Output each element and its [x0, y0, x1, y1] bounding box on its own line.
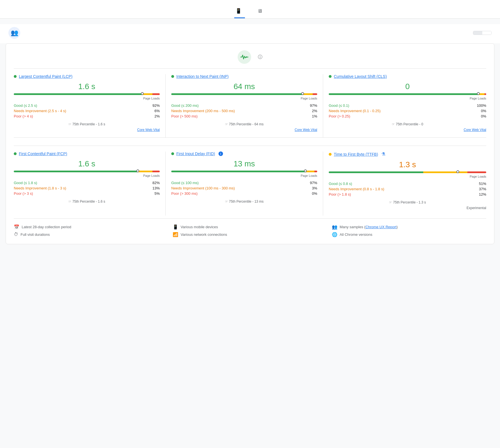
dist-label: Needs Improvement (1.8 s - 3 s)	[14, 186, 66, 190]
url-origin-toggle	[473, 31, 492, 35]
tab-desktop[interactable]: 🖥	[256, 5, 266, 18]
other-metrics-grid: First Contentful Paint (FCP) 1.6 s Page …	[14, 146, 486, 216]
dist-pct: 100%	[477, 103, 486, 108]
dist-pct: 0%	[481, 114, 486, 118]
dist-row: Poor (> 4 s) 2%	[14, 114, 160, 119]
metric-name-cls[interactable]: Cumulative Layout Shift (CLS)	[334, 74, 387, 79]
marker-pin	[301, 92, 304, 95]
dist-label: Good (≤ 2.5 s)	[14, 103, 37, 108]
metric-title-fcp: First Contentful Paint (FCP)	[14, 151, 160, 156]
info-badge[interactable]: i	[219, 151, 223, 156]
dist-label: Good (≤ 0.1)	[329, 103, 349, 108]
dist-pct: 2%	[312, 109, 317, 113]
chrome-ux-link[interactable]: Chrome UX Report	[365, 225, 397, 229]
dist-pct: 1%	[312, 114, 317, 118]
footer-item-samples: 👥 Many samples (Chrome UX Report)	[332, 224, 486, 230]
dist-row: Needs Improvement (0.8 s - 1.8 s) 37%	[329, 186, 486, 192]
metric-value-lcp: 1.6 s	[14, 82, 160, 91]
dist-row: Poor (> 500 ms) 1%	[171, 114, 317, 119]
svg-point-0	[246, 56, 247, 58]
dist-label: Needs Improvement (2.5 s - 4 s)	[14, 109, 66, 113]
dist-pct: 12%	[479, 192, 486, 196]
dist-label: Poor (> 500 ms)	[171, 114, 198, 118]
footer-col-1: 📅 Latest 28-day collection period ⏱ Full…	[14, 224, 168, 237]
progress-bar-track	[329, 93, 486, 95]
percentile: ☞ 75th Percentile - 0	[329, 122, 486, 126]
metric-name-ttfb[interactable]: Time to First Byte (TTFB)	[334, 152, 378, 157]
marker-pin	[477, 92, 480, 95]
bar-green	[329, 171, 423, 173]
bar-label: Page Loads	[171, 97, 317, 100]
dist-row: Needs Improvement (100 ms - 300 ms) 3%	[171, 185, 317, 191]
metric-dot-lcp	[14, 75, 17, 78]
percentile: ☞ 75th Percentile - 64 ms	[171, 122, 317, 126]
dist-row: Needs Improvement (0.1 - 0.25) 0%	[329, 108, 486, 114]
progress-bar-lcp	[14, 93, 160, 95]
mobile-device-icon: 📱	[173, 224, 178, 230]
metric-name-inp[interactable]: Interaction to Next Paint (INP)	[176, 74, 229, 79]
dist-pct: 0%	[481, 109, 486, 113]
core-metrics-grid: Largest Contentful Paint (LCP) 1.6 s Pag…	[14, 68, 486, 137]
bar-orange	[303, 93, 313, 95]
bar-green	[14, 171, 138, 172]
dist-label: Needs Improvement (0.8 s - 1.8 s)	[329, 187, 384, 191]
dist-row: Needs Improvement (200 ms - 500 ms) 2%	[171, 108, 317, 114]
progress-bar-cls	[329, 93, 486, 95]
this-url-button[interactable]	[473, 31, 482, 35]
cwv-link[interactable]: Core Web Vital	[14, 128, 160, 132]
dist-pct: 97%	[310, 103, 317, 108]
dist-pct: 2%	[154, 114, 160, 118]
dist-label: Needs Improvement (100 ms - 300 ms)	[171, 186, 235, 190]
footer-section: 📅 Latest 28-day collection period ⏱ Full…	[14, 218, 486, 237]
distribution: Good (≤ 0.8 s) 51% Needs Improvement (0.…	[329, 181, 486, 197]
tab-mobile[interactable]: 📱	[234, 4, 245, 18]
footer-item-period: 📅 Latest 28-day collection period	[14, 224, 168, 230]
metric-col-fid: First Input Delay (FID) i 13 ms Page Loa…	[171, 151, 323, 216]
cwv-link[interactable]: Core Web Vital	[171, 128, 317, 132]
dist-pct: 6%	[154, 109, 160, 113]
bar-red	[152, 93, 160, 95]
footer-item-devices: 📱 Various mobile devices	[173, 224, 327, 230]
main-card: ⓘ Largest Contentful Paint (LCP) 1.6 s	[6, 43, 494, 244]
distribution: Good (≤ 200 ms) 97% Needs Improvement (2…	[171, 103, 317, 119]
footer-item-duration: ⏱ Full visit durations	[14, 232, 168, 237]
timer-icon: ⏱	[14, 232, 18, 237]
marker-pin	[141, 92, 144, 95]
dist-pct: 51%	[479, 182, 486, 186]
progress-bar-fcp	[14, 171, 160, 172]
footer-chrome-text: All Chrome versions	[340, 232, 372, 237]
dist-row: Needs Improvement (2.5 s - 4 s) 6%	[14, 108, 160, 114]
metric-name-fcp[interactable]: First Contentful Paint (FCP)	[19, 151, 67, 156]
cwv-link[interactable]: Core Web Vital	[329, 128, 486, 132]
dist-row: Good (≤ 200 ms) 97%	[171, 103, 317, 108]
metric-dot-fcp	[14, 152, 17, 155]
dist-label: Poor (> 0.25)	[329, 114, 350, 118]
dist-pct: 92%	[152, 103, 160, 108]
dist-row: Needs Improvement (1.8 s - 3 s) 13%	[14, 185, 160, 191]
footer-period-text: Latest 28-day collection period	[22, 225, 71, 229]
assessment-info-icon[interactable]: ⓘ	[258, 54, 262, 60]
header-left: 👥	[8, 27, 24, 39]
metric-value-fid: 13 ms	[171, 159, 317, 168]
avatar-icon: 👥	[8, 27, 20, 39]
dist-row: Poor (> 300 ms) 0%	[171, 191, 317, 196]
metric-col-ttfb: Time to First Byte (TTFB) ⚗ 1.3 s Page L…	[329, 151, 486, 216]
progress-marker	[301, 92, 304, 95]
dist-pct: 97%	[310, 181, 317, 185]
bar-orange	[138, 171, 152, 172]
dist-row: Good (≤ 0.8 s) 51%	[329, 181, 486, 186]
dist-pct: 82%	[152, 181, 160, 185]
metric-title-ttfb: Time to First Byte (TTFB) ⚗	[329, 151, 486, 157]
progress-bar-inp	[171, 93, 317, 95]
bar-red	[467, 171, 486, 173]
bar-red	[485, 93, 486, 95]
dist-label: Needs Improvement (0.1 - 0.25)	[329, 109, 380, 113]
footer-col-2: 📱 Various mobile devices 📶 Various netwo…	[173, 224, 327, 237]
bar-label: Page Loads	[14, 174, 160, 177]
origin-button[interactable]	[482, 31, 491, 35]
metric-name-lcp[interactable]: Largest Contentful Paint (LCP)	[19, 74, 73, 79]
metric-col-inp: Interaction to Next Paint (INP) 64 ms Pa…	[171, 74, 323, 137]
metric-dot-fid	[171, 152, 174, 155]
progress-bar-track	[14, 93, 160, 95]
metric-name-fid[interactable]: First Input Delay (FID)	[176, 151, 215, 156]
